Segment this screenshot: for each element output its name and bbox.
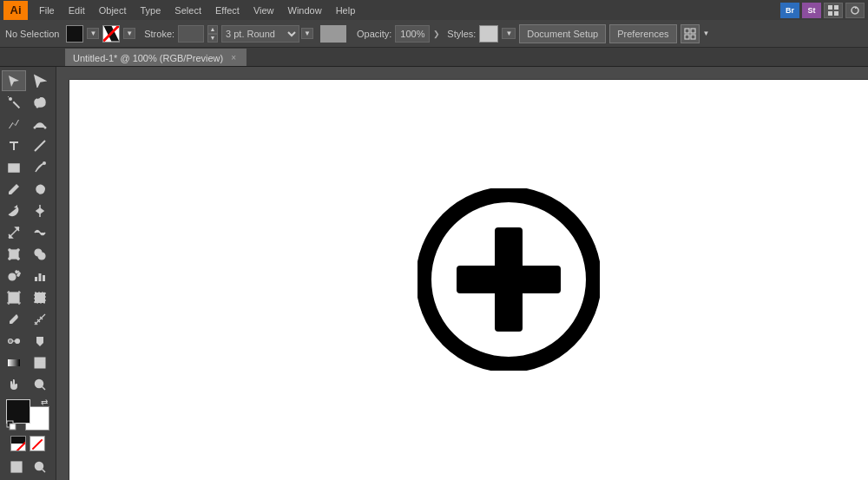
menu-object[interactable]: Object [93,3,133,17]
preferences-button[interactable]: Preferences [609,24,676,43]
stroke-type-dropdown[interactable]: ▼ [301,28,313,39]
magic-wand-tool-btn[interactable] [2,92,26,113]
tool-row-gradient [2,352,54,373]
mesh-tool-btn[interactable] [28,352,52,373]
type-tool-btn[interactable] [2,135,26,156]
stroke-down-btn[interactable]: ▼ [207,34,218,43]
stroke-none-swatches [10,436,45,451]
hand-tool-btn[interactable] [2,374,26,395]
symbol-sprayer-tool-btn[interactable] [2,266,26,286]
document-tab[interactable]: Untitled-1* @ 100% (RGB/Preview) × [65,49,247,66]
ruler-h-ticks: // Generate ruler ticks inline via HTML [69,67,868,79]
artboard-tool-btn[interactable] [2,287,26,308]
menu-effect[interactable]: Effect [209,3,246,17]
app-icons-group: Br St [780,3,865,18]
stroke-arrows[interactable]: ▲ ▼ [207,25,218,43]
svg-line-11 [8,96,9,97]
svg-rect-34 [9,293,19,303]
gradient-tool-btn[interactable] [2,352,26,373]
svg-rect-61 [11,462,22,472]
stroke-label: Stroke: [144,29,174,39]
magnify-btn[interactable] [29,457,50,477]
type-on-path-tool-btn[interactable] [28,114,52,135]
stroke-type-selector[interactable]: 3 pt. Round [221,25,299,43]
menu-edit[interactable]: Edit [62,3,91,17]
menu-window[interactable]: Window [282,3,328,17]
opacity-bar [320,25,346,43]
canvas-document [69,80,868,480]
plus-circle-graphic [418,188,600,372]
tool-row-pen [2,114,54,135]
pencil-tool-btn[interactable] [2,179,26,200]
svg-rect-7 [685,35,689,39]
reflect-tool-btn[interactable] [28,201,52,221]
svg-rect-33 [43,275,45,281]
apps-grid-icon[interactable] [824,3,843,18]
pen-tool-btn[interactable] [2,114,26,135]
stroke-dropdown-arrow[interactable]: ▼ [123,28,135,39]
stroke-color-swatch[interactable] [10,436,26,451]
zoom-tool-btn[interactable] [28,374,52,395]
stock-icon[interactable]: St [802,3,821,18]
slice-tool-btn[interactable] [28,287,52,308]
line-segment-tool-btn[interactable] [28,135,52,156]
direct-selection-tool-btn[interactable] [28,70,52,91]
menu-help[interactable]: Help [330,3,362,17]
options-bar: No Selection ▼ ▼ Stroke: ▲ ▼ 3 pt. Round… [0,20,868,48]
svg-rect-9 [13,102,20,108]
arrange-button[interactable] [681,24,700,43]
sync-icon[interactable] [845,3,865,18]
app-logo: Ai [3,1,28,20]
rotate-tool-btn[interactable] [2,201,26,221]
svg-line-15 [35,141,45,151]
fill-color-box[interactable] [66,25,83,43]
none-swatch[interactable] [30,436,45,451]
vertical-ruler [56,80,69,480]
blend-tool-btn[interactable] [2,331,26,352]
free-transform-tool-btn[interactable] [2,244,26,265]
warp-tool-btn[interactable] [28,222,52,243]
stroke-up-btn[interactable]: ▲ [207,25,218,34]
menu-view[interactable]: View [247,3,280,17]
svg-rect-3 [834,11,838,16]
menu-file[interactable]: File [33,3,61,17]
stroke-width-input[interactable] [178,25,204,43]
styles-arrow[interactable]: ▼ [502,28,516,39]
stroke-color-box[interactable] [102,25,120,43]
tab-bar: Untitled-1* @ 100% (RGB/Preview) × [0,48,868,67]
document-setup-button[interactable]: Document Setup [519,24,606,43]
live-paint-bucket-tool-btn[interactable] [28,331,52,352]
arrange-dropdown[interactable]: ▼ [703,30,710,37]
svg-point-30 [18,273,20,274]
default-colors-icon[interactable] [6,420,16,431]
tool-row-transform [2,244,54,265]
color-swatches-area: ⇄ [2,396,54,455]
shape-builder-tool-btn[interactable] [28,244,52,265]
blob-brush-tool-btn[interactable] [28,179,52,200]
menu-select[interactable]: Select [168,3,207,17]
opacity-input[interactable] [395,25,430,43]
styles-box[interactable] [479,25,498,43]
selection-tool-btn[interactable] [2,70,26,91]
bridge-icon[interactable]: Br [780,3,799,18]
fill-dropdown-arrow[interactable]: ▼ [87,28,99,39]
rectangle-tool-btn[interactable] [2,157,26,178]
tab-close-button[interactable]: × [228,53,239,63]
scale-tool-btn[interactable] [2,222,26,243]
paintbrush-tool-btn[interactable] [28,157,52,178]
svg-rect-0 [828,5,832,10]
tool-row-selection [2,70,54,91]
svg-line-56 [42,386,45,390]
eyedropper-tool-btn[interactable] [2,309,26,330]
graph-tool-btn[interactable] [28,266,52,286]
svg-point-49 [16,339,20,344]
screen-mode-btn[interactable] [5,457,27,477]
swap-colors-icon[interactable]: ⇄ [41,398,48,407]
tool-row-pencil [2,179,54,200]
lasso-tool-btn[interactable] [28,92,52,113]
opacity-arrow[interactable]: ❯ [433,30,440,38]
tool-row-blend [2,331,54,352]
svg-rect-60 [10,424,16,430]
measure-tool-btn[interactable] [28,309,52,330]
menu-type[interactable]: Type [135,3,168,17]
